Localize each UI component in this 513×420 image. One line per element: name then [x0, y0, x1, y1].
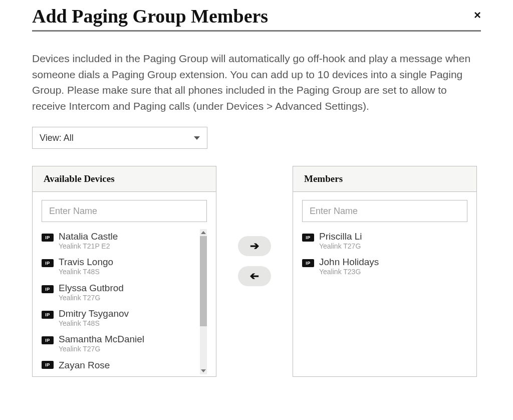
dialog-title: Add Paging Group Members	[32, 5, 268, 27]
device-model-label: Yealink T27G	[59, 345, 207, 354]
device-owner-name: Priscilla Li	[319, 231, 467, 242]
available-devices-list: IP Natalia Castle Yealink T21P E2 IP Tra…	[42, 229, 207, 374]
members-header: Members	[293, 166, 476, 192]
device-model-label: Yealink T23G	[319, 268, 467, 277]
scroll-down-button[interactable]	[200, 367, 207, 374]
device-model-label: Yealink T21P E2	[59, 242, 207, 251]
ip-phone-icon: IP	[302, 234, 314, 242]
remove-member-button[interactable]: ➔	[238, 266, 271, 286]
device-owner-name: Travis Longo	[59, 257, 207, 268]
list-item[interactable]: IP John Holidays Yealink T23G	[302, 255, 467, 280]
available-search-input[interactable]	[42, 200, 207, 222]
device-model-label: Yealink T27G	[319, 242, 467, 251]
chevron-down-icon	[201, 369, 206, 372]
ip-phone-icon: IP	[42, 361, 54, 369]
members-search-input[interactable]	[302, 200, 467, 222]
device-owner-name: Natalia Castle	[59, 231, 207, 242]
device-owner-name: Dmitry Tsyganov	[59, 308, 207, 319]
list-item[interactable]: IP Travis Longo Yealink T48S	[42, 255, 207, 280]
ip-phone-icon: IP	[42, 285, 54, 293]
ip-phone-icon: IP	[42, 234, 54, 242]
members-list: IP Priscilla Li Yealink T27G IP John Hol…	[302, 229, 467, 403]
device-model-label: Yealink T48S	[59, 268, 207, 277]
transfer-buttons: ➔ ➔	[230, 166, 279, 377]
device-model-label: Yealink T48S	[59, 319, 207, 328]
arrow-left-icon: ➔	[250, 271, 259, 282]
ip-phone-icon: IP	[42, 336, 54, 344]
view-filter-label: View: All	[40, 133, 74, 143]
arrow-right-icon: ➔	[250, 241, 259, 252]
scroll-up-button[interactable]	[200, 229, 207, 236]
ip-phone-icon: IP	[42, 311, 54, 319]
list-item[interactable]: IP Samantha McDaniel Yealink T27G	[42, 332, 207, 357]
device-model-label: Yealink T27G	[59, 294, 207, 303]
close-icon[interactable]: ×	[474, 8, 481, 22]
chevron-up-icon	[201, 231, 206, 234]
device-owner-name: Elyssa Gutbrod	[59, 283, 207, 294]
available-devices-header: Available Devices	[33, 166, 216, 192]
available-scrollbar[interactable]	[200, 229, 207, 374]
list-item[interactable]: IP Dmitry Tsyganov Yealink T48S	[42, 306, 207, 332]
scrollbar-thumb[interactable]	[200, 236, 207, 326]
ip-phone-icon: IP	[302, 259, 314, 267]
view-filter-select[interactable]: View: All	[32, 127, 207, 149]
list-item[interactable]: IP Natalia Castle Yealink T21P E2	[42, 229, 207, 255]
device-owner-name: John Holidays	[319, 257, 467, 268]
device-owner-name: Zayan Rose	[59, 360, 207, 371]
add-member-button[interactable]: ➔	[238, 236, 271, 256]
ip-phone-icon: IP	[42, 259, 54, 267]
list-item[interactable]: IP Zayan Rose	[42, 358, 207, 374]
chevron-down-icon	[194, 136, 200, 140]
list-item[interactable]: IP Elyssa Gutbrod Yealink T27G	[42, 281, 207, 306]
available-devices-panel: Available Devices IP Natalia Castle Yeal…	[32, 166, 216, 377]
dialog-description: Devices included in the Paging Group wil…	[32, 51, 481, 114]
device-owner-name: Samantha McDaniel	[59, 334, 207, 345]
title-divider	[32, 30, 481, 32]
members-panel: Members IP Priscilla Li Yealink T27G IP	[293, 166, 477, 377]
list-item[interactable]: IP Priscilla Li Yealink T27G	[302, 229, 467, 255]
